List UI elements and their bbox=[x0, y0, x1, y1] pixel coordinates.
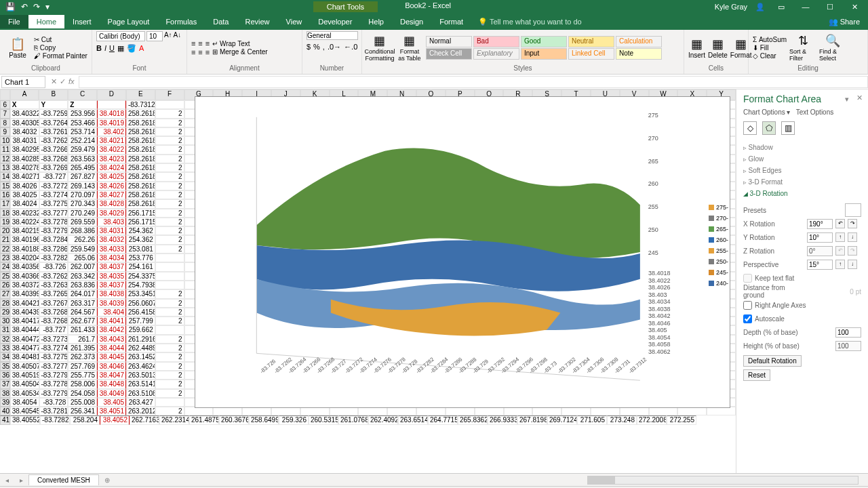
size-props-tab-icon[interactable]: ▥ bbox=[781, 121, 795, 135]
comma-icon[interactable]: , bbox=[323, 43, 325, 51]
find-select-button[interactable]: 🔍Find & Select bbox=[819, 33, 846, 62]
align-right-icon[interactable]: ≡ bbox=[205, 48, 210, 56]
ribbon-display-icon[interactable]: ▭ bbox=[773, 3, 789, 12]
sheet-nav-prev-icon[interactable]: ◂ bbox=[0, 476, 14, 484]
tab-page-layout[interactable]: Page Layout bbox=[100, 15, 158, 28]
autoscale-checkbox[interactable] bbox=[743, 314, 752, 323]
default-rotation-button[interactable]: Default Rotation bbox=[743, 355, 802, 367]
clear-button[interactable]: ◇ Clear bbox=[753, 52, 787, 60]
tab-developer[interactable]: Developer bbox=[310, 15, 360, 28]
delete-cells-button[interactable]: ▦Delete bbox=[708, 37, 728, 59]
dec-decimal-icon[interactable]: ←.0 bbox=[344, 43, 357, 51]
tab-formulas[interactable]: Formulas bbox=[157, 15, 205, 28]
autosum-button[interactable]: Σ AutoSum bbox=[753, 36, 787, 43]
fill-button[interactable]: ⬇ Fill bbox=[753, 44, 787, 52]
save-icon[interactable]: 💾 bbox=[5, 2, 16, 12]
section-shadow[interactable]: Shadow bbox=[743, 142, 861, 153]
conditional-formatting-button[interactable]: ▦Conditional Formatting bbox=[366, 33, 393, 62]
enter-formula-icon[interactable]: ✓ bbox=[60, 77, 66, 86]
tab-file[interactable]: File bbox=[0, 15, 28, 28]
x-rotation-input[interactable] bbox=[807, 219, 833, 229]
tab-format[interactable]: Format bbox=[431, 15, 471, 28]
cut-button[interactable]: ✂ Cut bbox=[34, 36, 87, 43]
maximize-icon[interactable]: ☐ bbox=[822, 3, 838, 12]
copy-button[interactable]: ⎘ Copy bbox=[34, 44, 87, 52]
currency-icon[interactable]: $ bbox=[307, 43, 311, 51]
font-size-input[interactable] bbox=[146, 31, 163, 41]
fill-color-button[interactable]: 🪣 bbox=[127, 44, 136, 53]
undo-icon[interactable]: ↶ bbox=[21, 2, 28, 12]
formula-bar[interactable] bbox=[79, 76, 868, 88]
font-name-input[interactable] bbox=[96, 31, 145, 41]
grow-font-icon[interactable]: A↑ bbox=[164, 31, 172, 41]
pane-menu-icon[interactable]: ▾ bbox=[845, 95, 849, 104]
share-button[interactable]: 👥 Share bbox=[821, 15, 868, 29]
section-glow[interactable]: Glow bbox=[743, 153, 861, 165]
align-left-icon[interactable]: ≡ bbox=[191, 48, 195, 56]
name-box[interactable] bbox=[1, 76, 45, 88]
cell-styles-gallery[interactable]: Normal Bad Good Neutral Calculation Chec… bbox=[426, 36, 662, 60]
redo-icon[interactable]: ↷ bbox=[33, 2, 40, 12]
minimize-icon[interactable]: — bbox=[797, 3, 814, 11]
insert-cells-button[interactable]: ▦Insert bbox=[688, 37, 705, 59]
y-rot-up-icon[interactable]: ↑ bbox=[835, 232, 845, 242]
font-color-button[interactable]: A bbox=[139, 44, 144, 53]
section-3d-rotation[interactable]: 3-D Rotation bbox=[743, 188, 861, 199]
horizontal-scrollbar[interactable] bbox=[587, 476, 859, 485]
align-top-icon[interactable]: ≡ bbox=[191, 39, 195, 47]
y-rot-down-icon[interactable]: ↓ bbox=[848, 232, 857, 242]
section-soft-edges[interactable]: Soft Edges bbox=[743, 165, 861, 176]
percent-icon[interactable]: % bbox=[313, 43, 320, 51]
user-avatar-icon[interactable]: 👤 bbox=[755, 3, 765, 12]
underline-button[interactable]: U bbox=[109, 44, 115, 53]
sort-filter-button[interactable]: ⇅Sort & Filter bbox=[789, 33, 816, 62]
tab-data[interactable]: Data bbox=[205, 15, 237, 28]
text-options-link[interactable]: Text Options bbox=[796, 108, 834, 116]
paste-button[interactable]: 📋Paste bbox=[4, 37, 31, 59]
sheet-tab-converted-mesh[interactable]: Converted MESH bbox=[28, 474, 99, 485]
effects-tab-icon[interactable]: ⬠ bbox=[762, 121, 776, 135]
x-rot-right-icon[interactable]: ↷ bbox=[848, 219, 857, 228]
number-format-select[interactable] bbox=[307, 31, 358, 40]
border-button[interactable]: ▦ bbox=[117, 44, 124, 53]
cancel-formula-icon[interactable]: ✕ bbox=[51, 77, 57, 86]
tab-view[interactable]: View bbox=[278, 15, 311, 28]
qat-customize-icon[interactable]: ▾ bbox=[45, 2, 50, 12]
tab-help[interactable]: Help bbox=[360, 15, 392, 28]
reset-button[interactable]: Reset bbox=[743, 369, 770, 381]
perspective-input[interactable] bbox=[807, 260, 833, 270]
inc-decimal-icon[interactable]: .0→ bbox=[328, 43, 341, 51]
close-icon[interactable]: ✕ bbox=[846, 3, 863, 12]
sheet-nav-next-icon[interactable]: ▸ bbox=[14, 476, 28, 484]
align-mid-icon[interactable]: ≡ bbox=[198, 39, 202, 47]
chart-object[interactable]: 275270265 260255250245 -83.726-83.7262-8… bbox=[195, 96, 730, 408]
x-rot-left-icon[interactable]: ↶ bbox=[835, 219, 845, 228]
worksheet[interactable]: ABCDEFGHIJKLMNOPQRSTUVWXY 6XYZ-83.731273… bbox=[0, 89, 736, 473]
user-name[interactable]: Kyle Gray bbox=[715, 3, 747, 11]
chart-options-link[interactable]: Chart Options bbox=[743, 108, 785, 116]
align-center-icon[interactable]: ≡ bbox=[198, 48, 202, 56]
persp-down-icon[interactable]: ↓ bbox=[848, 260, 857, 269]
add-sheet-icon[interactable]: ⊕ bbox=[99, 476, 115, 484]
align-bot-icon[interactable]: ≡ bbox=[205, 39, 210, 47]
italic-button[interactable]: I bbox=[104, 44, 106, 53]
y-rotation-input[interactable] bbox=[807, 232, 833, 243]
wrap-text-button[interactable]: ↵ Wrap Text bbox=[212, 40, 267, 47]
section-3d-format[interactable]: 3-D Format bbox=[743, 176, 861, 188]
fx-icon[interactable]: fx bbox=[68, 77, 75, 86]
format-as-table-button[interactable]: ▦Format as Table bbox=[396, 33, 423, 62]
tab-review[interactable]: Review bbox=[237, 15, 277, 28]
depth-input[interactable] bbox=[835, 327, 861, 338]
merge-center-button[interactable]: ⊞ Merge & Center bbox=[212, 48, 267, 56]
persp-up-icon[interactable]: ↑ bbox=[835, 260, 845, 269]
presets-button[interactable] bbox=[845, 203, 861, 217]
tell-me[interactable]: 💡 Tell me what you want to do bbox=[478, 18, 582, 26]
shrink-font-icon[interactable]: A↓ bbox=[174, 31, 182, 41]
format-painter-button[interactable]: 🖌 Format Painter bbox=[34, 52, 87, 60]
right-angle-axes-checkbox[interactable] bbox=[743, 301, 752, 310]
tab-design[interactable]: Design bbox=[392, 15, 431, 28]
tab-insert[interactable]: Insert bbox=[64, 15, 100, 28]
tab-home[interactable]: Home bbox=[28, 15, 64, 28]
pane-close-icon[interactable]: ✕ bbox=[856, 94, 863, 102]
bold-button[interactable]: B bbox=[96, 44, 102, 53]
